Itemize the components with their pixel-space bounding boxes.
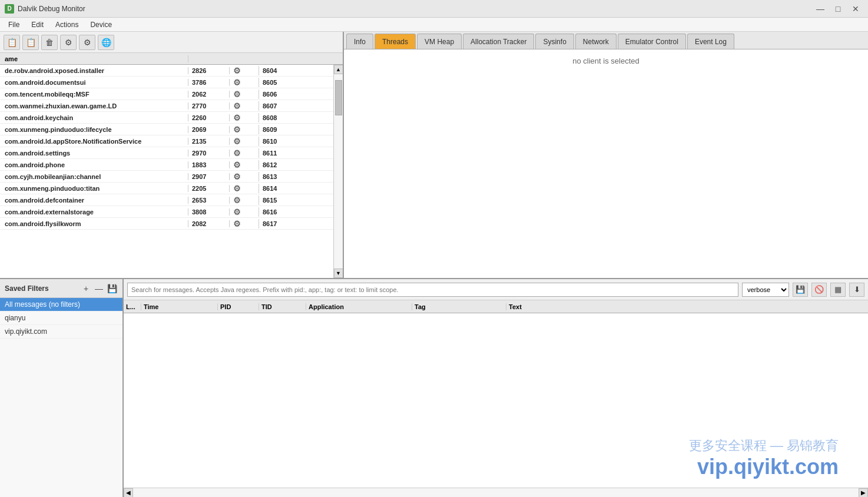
menu-file[interactable]: File	[2, 18, 25, 32]
row-thread-icon: ⚙	[230, 113, 259, 122]
row-port: 8612	[259, 161, 300, 168]
tab-vmheap[interactable]: VM Heap	[417, 34, 462, 49]
close-button[interactable]: ✕	[848, 2, 863, 15]
add-filter-button[interactable]: +	[80, 283, 92, 294]
col-header-pid: PID	[218, 303, 259, 310]
table-header: ame	[0, 53, 343, 65]
device-table-area: ame de.robv.android.xposed.installer 282…	[0, 53, 343, 278]
vertical-scrollbar[interactable]: ▲ ▼	[333, 65, 343, 278]
table-row[interactable]: com.android.externalstorage 3808 ⚙ 8616	[0, 206, 333, 218]
scroll-up-arrow[interactable]: ▲	[334, 65, 343, 74]
menu-device[interactable]: Device	[84, 18, 118, 32]
table-row[interactable]: com.tencent.mobileqq:MSF 2062 ⚙ 8606	[0, 88, 333, 100]
log-h-scrollbar[interactable]: ◀ ▶	[124, 488, 868, 497]
table-row[interactable]: com.android.settings 2970 ⚙ 8611	[0, 147, 333, 159]
row-thread-icon: ⚙	[230, 196, 259, 205]
row-port: 8606	[259, 91, 300, 98]
row-port: 8608	[259, 114, 300, 121]
table-body[interactable]: de.robv.android.xposed.installer 2826 ⚙ …	[0, 65, 333, 266]
row-name: com.android.settings	[0, 150, 188, 157]
table-row[interactable]: de.robv.android.xposed.installer 2826 ⚙ …	[0, 65, 333, 77]
tab-eventlog[interactable]: Event Log	[687, 34, 734, 49]
filters-title: Saved Filters	[5, 284, 49, 293]
toolbar-btn-1[interactable]: 📋	[4, 35, 20, 50]
tab-emulator[interactable]: Emulator Control	[618, 34, 686, 49]
tab-sysinfo[interactable]: Sysinfo	[535, 34, 574, 49]
row-port: 8617	[259, 220, 300, 227]
filter-item-all[interactable]: All messages (no filters)	[0, 298, 122, 312]
window-title: Dalvik Debug Monitor	[18, 5, 85, 13]
row-pid: 2062	[188, 91, 230, 98]
menu-edit[interactable]: Edit	[25, 18, 49, 32]
row-name: de.robv.android.xposed.installer	[0, 67, 188, 74]
row-port: 8611	[259, 150, 300, 157]
table-row[interactable]: com.xunmeng.pinduoduo:titan 2205 ⚙ 8614	[0, 183, 333, 194]
toolbar-btn-heap[interactable]: ⚙	[79, 35, 95, 50]
row-thread-icon: ⚙	[230, 172, 259, 181]
scroll-down-arrow[interactable]: ▼	[334, 269, 343, 278]
left-panel: 📋 📋 🗑 ⚙ ⚙ 🌐 ame	[0, 32, 344, 278]
table-row[interactable]: com.android.defcontainer 2653 ⚙ 8615	[0, 194, 333, 206]
log-toolbar: verbose debug info warn error assert 💾 🚫…	[124, 279, 868, 300]
row-pid: 3786	[188, 79, 230, 86]
row-thread-icon: ⚙	[230, 137, 259, 146]
row-pid: 3808	[188, 208, 230, 216]
table-row[interactable]: com.android.ld.appStore.NotificationServ…	[0, 135, 333, 147]
menu-actions[interactable]: Actions	[49, 18, 84, 32]
log-toggle-button[interactable]: ▦	[830, 283, 846, 297]
search-input[interactable]	[127, 283, 738, 297]
toolbar-btn-delete[interactable]: 🗑	[41, 35, 58, 50]
toolbar-btn-thread[interactable]: ⚙	[60, 35, 77, 50]
table-row[interactable]: com.xunmeng.pinduoduo:lifecycle 2069 ⚙ 8…	[0, 124, 333, 135]
row-name: com.xunmeng.pinduoduo:lifecycle	[0, 126, 188, 133]
minimize-button[interactable]: —	[813, 2, 828, 15]
tab-allocation[interactable]: Allocation Tracker	[463, 34, 534, 49]
row-name: com.wanmei.zhuxian.ewan.game.LD	[0, 102, 188, 110]
col-header-text: Text	[506, 303, 868, 310]
filters-actions: + — 💾	[80, 283, 118, 294]
scroll-track[interactable]	[334, 74, 343, 269]
col-header-name: ame	[0, 55, 188, 62]
log-scroll-right[interactable]: ▶	[859, 488, 868, 498]
row-thread-icon: ⚙	[230, 78, 259, 87]
scroll-thumb[interactable]	[335, 80, 342, 115]
table-row[interactable]: com.cyjh.mobileanjian:channel 2907 ⚙ 861…	[0, 171, 333, 183]
table-row[interactable]: com.wanmei.zhuxian.ewan.game.LD 2770 ⚙ 8…	[0, 100, 333, 112]
row-name: com.android.defcontainer	[0, 197, 188, 204]
table-row[interactable]: com.android.flysilkworm 2082 ⚙ 8617	[0, 218, 333, 230]
row-port: 8616	[259, 208, 300, 216]
toolbar-btn-2[interactable]: 📋	[22, 35, 39, 50]
row-port: 8615	[259, 197, 300, 204]
remove-filter-button[interactable]: —	[93, 283, 105, 294]
row-pid: 2135	[188, 138, 230, 145]
save-filter-button[interactable]: 💾	[106, 283, 118, 294]
app-icon: D	[5, 4, 14, 14]
row-name: com.android.ld.appStore.NotificationServ…	[0, 138, 188, 145]
row-pid: 1883	[188, 161, 230, 168]
toolbar-btn-net[interactable]: 🌐	[98, 35, 114, 50]
row-port: 8607	[259, 102, 300, 110]
log-scroll-button[interactable]: ⬇	[849, 283, 864, 297]
table-row[interactable]: com.android.phone 1883 ⚙ 8612	[0, 159, 333, 171]
row-pid: 2082	[188, 220, 230, 227]
row-port: 8614	[259, 185, 300, 192]
log-level-select[interactable]: verbose debug info warn error assert	[742, 283, 789, 297]
tab-threads[interactable]: Threads	[375, 34, 416, 49]
filter-item-vip[interactable]: vip.qiyikt.com	[0, 325, 122, 339]
log-h-track[interactable]	[133, 488, 859, 498]
table-row[interactable]: com.android.documentsui 3786 ⚙ 8605	[0, 77, 333, 88]
filter-item-qianyu[interactable]: qianyu	[0, 312, 122, 325]
log-scroll-left[interactable]: ◀	[124, 488, 133, 498]
maximize-button[interactable]: □	[830, 2, 846, 15]
tab-network[interactable]: Network	[575, 34, 617, 49]
row-port: 8605	[259, 79, 300, 86]
row-name: com.android.keychain	[0, 114, 188, 121]
row-thread-icon: ⚙	[230, 207, 259, 217]
main-area: 📋 📋 🗑 ⚙ ⚙ 🌐 ame	[0, 32, 868, 497]
log-body[interactable]	[124, 313, 868, 488]
log-clear-button[interactable]: 🚫	[811, 283, 827, 297]
table-row[interactable]: com.android.keychain 2260 ⚙ 8608	[0, 112, 333, 124]
row-thread-icon: ⚙	[230, 160, 259, 170]
log-save-button[interactable]: 💾	[793, 283, 808, 297]
tab-info[interactable]: Info	[346, 34, 373, 49]
